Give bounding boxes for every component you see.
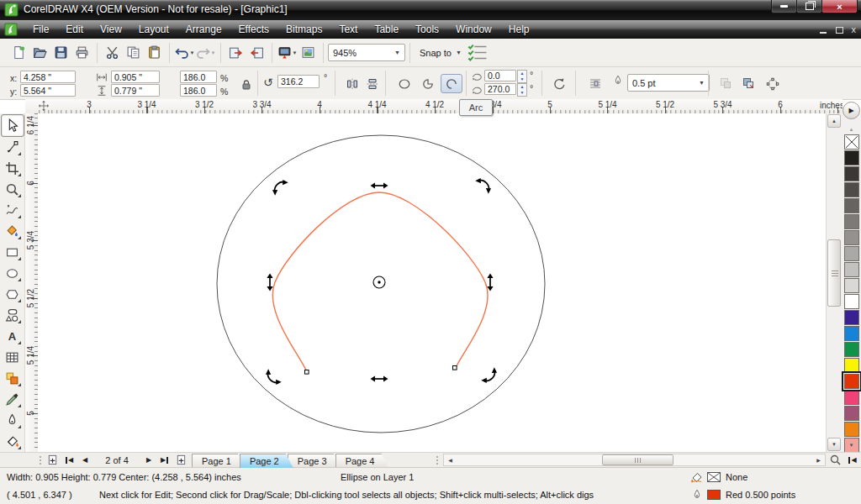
restore-button[interactable] [796, 0, 822, 13]
application-launcher-button[interactable]: ▼ [277, 42, 298, 63]
drawing-canvas[interactable] [38, 113, 826, 452]
mdi-restore-icon[interactable] [836, 26, 843, 34]
smart-fill-tool[interactable] [2, 221, 24, 242]
page-tab-page-2[interactable]: Page 2 [240, 454, 293, 468]
scale-horizontal-field[interactable]: 186.0 [180, 71, 217, 83]
ellipse-mode-button[interactable] [394, 74, 415, 93]
palette-swatch-60-black[interactable] [844, 214, 859, 229]
palette-swatch-green[interactable] [844, 342, 859, 357]
fill-tool[interactable] [2, 431, 24, 452]
copy-button[interactable] [123, 42, 144, 63]
palette-swatch-90-black[interactable] [844, 166, 859, 181]
dropdown-arrow-icon[interactable]: ▼ [211, 50, 216, 55]
palette-swatch-blue[interactable] [844, 326, 859, 341]
skew-handle-top[interactable] [371, 182, 388, 188]
end-angle-field[interactable]: 270.0 [484, 83, 516, 95]
eyedropper-tool[interactable] [2, 389, 24, 410]
menu-text[interactable]: Text [330, 20, 366, 39]
palette-swatch-yellow[interactable] [844, 358, 859, 373]
ellipse-tool[interactable] [2, 263, 24, 284]
menu-bitmaps[interactable]: Bitmaps [277, 20, 330, 39]
zoom-tool[interactable] [2, 179, 24, 200]
close-button[interactable]: × [821, 0, 858, 13]
to-front-button[interactable] [715, 74, 736, 92]
print-button[interactable] [71, 42, 92, 63]
rotate-handle-bottom-left[interactable] [264, 369, 282, 386]
menu-view[interactable]: View [92, 20, 130, 39]
lock-ratio-button[interactable] [237, 76, 255, 93]
rotate-handle-top-left[interactable] [271, 178, 288, 196]
rectangle-tool[interactable] [2, 242, 24, 263]
palette-swatch-10-black[interactable] [844, 278, 859, 293]
pick-tool[interactable] [1, 114, 24, 137]
crop-tool[interactable] [2, 158, 24, 179]
palette-swatch-white[interactable] [844, 294, 859, 309]
chevron-down-icon[interactable]: ▼ [699, 80, 705, 86]
palette-swatch-black[interactable] [844, 150, 859, 165]
palette-swatch-50-black[interactable] [844, 230, 859, 245]
chevron-down-icon[interactable]: ▼ [394, 50, 400, 55]
horizontal-scrollbar[interactable]: ◀ ▶ [443, 454, 826, 466]
last-page-button[interactable]: ▶ [157, 453, 172, 467]
welcome-screen-button[interactable] [298, 42, 319, 63]
menu-file[interactable]: File [24, 20, 57, 39]
outline-width-combo[interactable]: 0.5 pt ▼ [627, 74, 710, 92]
scale-vertical-field[interactable]: 186.0 [180, 84, 217, 97]
cut-button[interactable] [102, 42, 123, 63]
mdi-close-icon[interactable]: x [852, 26, 857, 34]
mirror-vertical-button[interactable] [362, 75, 382, 92]
rotate-handle-bottom-right[interactable] [481, 367, 499, 385]
ruler-origin-icon[interactable] [39, 101, 49, 111]
add-page-button-right[interactable] [174, 453, 188, 467]
object-height-field[interactable]: 0.779 " [111, 84, 160, 97]
options-button[interactable] [467, 42, 488, 63]
menu-help[interactable]: Help [500, 20, 538, 39]
export-button[interactable] [246, 42, 267, 63]
arc-end-node[interactable] [453, 366, 457, 370]
polygon-tool[interactable] [2, 284, 24, 305]
outline-pen-tool[interactable] [2, 410, 24, 431]
horizontal-ruler[interactable]: inches 33 1/43 1/23 3/444 1/44 1/24 3/45… [38, 99, 843, 114]
change-direction-button[interactable] [548, 74, 570, 93]
basic-shapes-tool[interactable] [2, 305, 24, 326]
arc-end-node[interactable] [305, 370, 309, 375]
table-tool[interactable] [2, 347, 24, 368]
mdi-minimize-icon[interactable] [820, 26, 827, 34]
outline-color-swatch[interactable] [707, 490, 721, 500]
y-position-field[interactable]: 5.564 " [20, 84, 76, 97]
previous-page-button[interactable]: ◀ [79, 453, 91, 467]
first-page-button[interactable]: ◀ [62, 453, 77, 467]
palette-scroll-up[interactable]: ▲ [844, 124, 858, 134]
page-tab-page-4[interactable]: Page 4 [335, 454, 389, 468]
palette-swatch-80-black[interactable] [844, 182, 859, 197]
vertical-scroll-thumb[interactable] [827, 239, 841, 307]
outer-circle-shape[interactable] [217, 135, 545, 433]
freehand-tool[interactable] [2, 200, 24, 221]
palette-flyout-button[interactable]: ▶ [843, 102, 860, 119]
new-document-button[interactable] [8, 42, 29, 63]
palette-swatch-purple[interactable] [844, 310, 859, 325]
menu-tools[interactable]: Tools [407, 20, 447, 39]
fill-color-swatch[interactable] [707, 472, 721, 482]
to-back-button[interactable] [737, 74, 758, 92]
save-button[interactable] [50, 42, 71, 63]
zoom-navigator-button[interactable] [828, 454, 842, 466]
palette-skip-left-button[interactable]: ◀ [846, 454, 859, 466]
menu-table[interactable]: Table [366, 20, 407, 39]
start-angle-spinner[interactable]: ▲▼ [517, 70, 527, 83]
dropdown-arrow-icon[interactable]: ▼ [293, 50, 298, 55]
interactive-blend-tool[interactable] [2, 368, 24, 389]
chevron-down-icon[interactable]: ▼ [456, 50, 462, 55]
menu-window[interactable]: Window [447, 20, 500, 39]
rotate-handle-top-right[interactable] [475, 176, 493, 194]
rotation-angle-field[interactable]: 316.2 [277, 75, 320, 88]
wrap-text-button[interactable] [584, 74, 607, 93]
object-width-field[interactable]: 0.905 " [111, 71, 160, 83]
scroll-up-button[interactable]: ▲ [827, 114, 841, 128]
palette-swatch-30-black[interactable] [844, 246, 859, 261]
page-tab-page-3[interactable]: Page 3 [288, 454, 341, 468]
shape-tool[interactable] [2, 137, 24, 158]
skew-handle-bottom[interactable] [371, 375, 388, 381]
scroll-down-button[interactable]: ▼ [827, 438, 841, 451]
palette-swatch-orange[interactable] [844, 422, 859, 437]
